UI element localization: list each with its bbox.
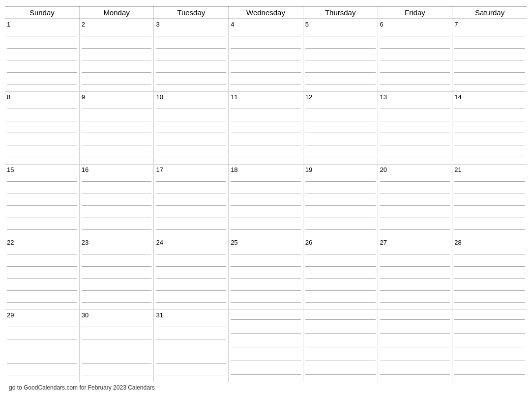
writing-line [231,181,301,182]
writing-line [231,290,301,291]
writing-line [156,133,226,133]
day-headers: SundayMondayTuesdayWednesdayThursdayFrid… [5,6,527,19]
writing-line [380,84,450,84]
writing-line [156,218,226,218]
day-number: 4 [231,21,301,28]
day-number: 14 [454,93,525,101]
writing-line [82,60,152,60]
empty-cell [229,310,303,382]
writing-line [231,302,301,303]
writing-line [454,333,525,334]
empty-cell [452,310,527,382]
writing-line [156,327,226,327]
writing-line [82,121,152,121]
writing-line [156,229,226,230]
writing-line [454,266,525,267]
writing-line [82,302,152,303]
writing-line [231,266,301,267]
writing-line [305,229,376,230]
writing-line [231,60,301,60]
day-number: 27 [380,239,450,247]
writing-line [7,351,77,351]
writing-line [380,254,450,254]
writing-line [156,375,226,375]
writing-line [380,36,450,36]
day-cell-26: 26 [303,237,378,309]
day-cell-18: 18 [229,165,303,237]
writing-line [82,218,152,218]
writing-line [380,205,450,206]
day-number: 8 [7,93,77,101]
writing-line [380,319,450,320]
writing-line [156,302,226,303]
day-cell-14: 14 [452,92,527,164]
day-number: 10 [156,93,226,101]
writing-line [454,290,525,291]
writing-line [231,278,301,279]
day-number: 1 [7,21,77,28]
day-lines [156,102,226,163]
writing-line [82,375,152,375]
day-lines [380,175,450,236]
writing-line [7,133,77,133]
day-lines [454,29,525,90]
writing-line [82,36,152,36]
day-cell-5: 5 [303,19,378,91]
day-cell-23: 23 [80,237,154,309]
writing-line [7,48,77,49]
day-cell-16: 16 [80,165,154,237]
day-number: 15 [7,166,77,174]
writing-line [454,145,525,145]
writing-line [305,157,376,157]
writing-line [82,266,152,267]
writing-line [231,72,301,73]
day-number: 21 [454,166,525,174]
writing-line [380,347,450,347]
writing-line [7,218,77,218]
day-cell-7: 7 [452,19,527,91]
week-row-5: 293031 [5,310,527,382]
writing-line [454,72,525,73]
writing-line [380,133,450,133]
day-lines [305,102,376,163]
writing-line [305,145,376,145]
writing-line [156,72,226,73]
writing-line [454,109,525,109]
writing-line [380,145,450,145]
day-cell-8: 8 [5,92,80,164]
day-cell-15: 15 [5,165,80,237]
day-number: 26 [305,239,376,247]
writing-line [156,205,226,206]
week-row-2: 891011121314 [5,92,527,165]
writing-line [231,254,301,254]
day-number: 16 [82,166,152,174]
day-number: 2 [82,21,152,28]
writing-line [156,145,226,145]
writing-line [231,319,301,320]
day-lines [231,29,301,90]
writing-line [454,181,525,182]
day-lines [305,311,376,381]
day-number: 18 [231,166,301,174]
calendar-page: SundayMondayTuesdayWednesdayThursdayFrid… [0,0,532,393]
footer-link[interactable]: February 2023 Calendars [88,384,155,391]
writing-line [82,145,152,145]
day-number: 28 [454,239,525,247]
writing-line [156,36,226,36]
writing-line [82,339,152,339]
empty-cell [303,310,378,382]
writing-line [7,205,77,206]
writing-line [231,48,301,49]
writing-line [454,218,525,218]
day-number: 29 [7,311,77,319]
writing-line [7,194,77,194]
day-cell-24: 24 [154,237,229,309]
writing-line [156,290,226,291]
day-header-saturday: Saturday [452,6,527,19]
writing-line [454,302,525,303]
day-number: 23 [82,239,152,247]
writing-line [7,121,77,121]
day-cell-27: 27 [378,237,453,309]
writing-line [305,60,376,60]
writing-line [7,60,77,60]
